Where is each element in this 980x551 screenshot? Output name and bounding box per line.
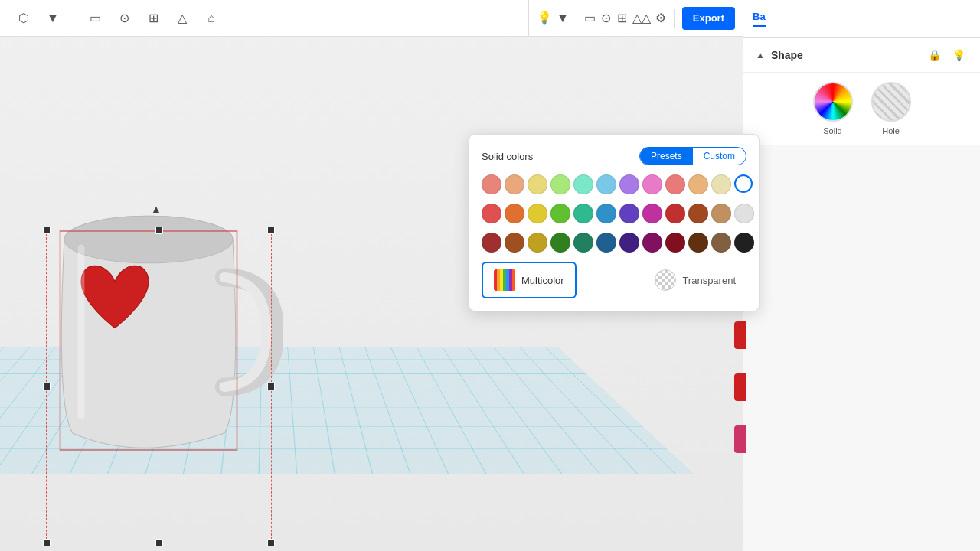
color-swatch[interactable] [711, 174, 731, 194]
accent-marker-2 [734, 373, 746, 401]
mug-illustration [31, 130, 283, 467]
solid-colors-label: Solid colors [482, 151, 533, 162]
color-tab-group: Presets Custom [639, 147, 746, 165]
multicolor-button[interactable]: Multicolor [482, 262, 577, 298]
panel-tab-label[interactable]: Ba [753, 11, 766, 27]
color-swatch[interactable] [688, 174, 708, 194]
color-swatch[interactable] [665, 174, 685, 194]
color-swatch[interactable] [550, 233, 570, 253]
toolbar-separator-1 [74, 9, 74, 28]
color-swatch[interactable] [596, 204, 616, 223]
color-swatch[interactable] [734, 233, 754, 253]
custom-tab[interactable]: Custom [693, 148, 746, 165]
right-panel: Ba ▲ Shape 🔒 💡 Solid Hole [743, 0, 980, 551]
toolbar-dropdown-icon[interactable]: ▼ [557, 7, 569, 30]
svg-point-1 [64, 216, 233, 263]
toolbar-rect-icon[interactable]: ▭ [584, 7, 596, 30]
color-swatch[interactable] [734, 174, 753, 193]
shape-panel-header: ▲ Shape 🔒 💡 [743, 38, 980, 73]
color-swatch[interactable] [596, 233, 616, 253]
accent-marker-3 [734, 425, 746, 453]
toolbar-icon-1[interactable]: ⬡ [12, 7, 35, 30]
transparent-button[interactable]: Transparent [644, 263, 746, 297]
color-swatch[interactable] [505, 174, 524, 194]
shape-header-icons: 🔒 💡 [925, 46, 968, 64]
export-button[interactable]: Export [682, 7, 735, 30]
color-swatch[interactable] [665, 233, 685, 253]
toolbar-settings-icon[interactable]: ⚙ [655, 7, 667, 30]
shape-panel-title: Shape [771, 49, 803, 61]
shape-collapse-icon[interactable]: ▲ [756, 50, 765, 60]
toolbar-mirror-icon[interactable]: △△ [632, 7, 651, 30]
solid-color-circle [813, 82, 853, 122]
color-swatches-row3 [482, 233, 746, 253]
accent-marker-1 [734, 321, 746, 349]
color-swatch[interactable] [573, 204, 593, 223]
hole-pattern-circle [871, 82, 911, 122]
toolbar-bulb-icon[interactable]: 💡 [537, 7, 552, 30]
color-swatch[interactable] [482, 233, 501, 253]
color-swatch[interactable] [619, 204, 639, 223]
multicolor-label: Multicolor [521, 275, 564, 286]
color-swatch[interactable] [482, 174, 501, 194]
solid-option[interactable]: Solid [813, 82, 853, 135]
color-swatches-row1 [482, 174, 746, 194]
color-swatch[interactable] [711, 233, 731, 253]
color-swatch[interactable] [482, 204, 501, 223]
color-swatch[interactable] [505, 204, 524, 223]
hole-option[interactable]: Hole [871, 82, 911, 135]
color-swatch[interactable] [596, 174, 616, 194]
color-swatch[interactable] [619, 174, 639, 194]
lock-icon[interactable]: 🔒 [925, 46, 943, 64]
handle-bot-left[interactable] [43, 539, 51, 546]
color-swatch[interactable] [688, 204, 708, 223]
color-swatch[interactable] [711, 204, 731, 223]
toolbar-icon-6[interactable]: △ [171, 7, 194, 30]
color-swatch[interactable] [550, 174, 570, 194]
color-swatch[interactable] [642, 204, 662, 223]
color-swatch[interactable] [505, 233, 524, 253]
toolbar-layers-icon[interactable]: ⊙ [600, 7, 612, 30]
color-picker-header: Solid colors Presets Custom [482, 147, 746, 165]
color-swatch[interactable] [528, 204, 547, 223]
toolbar-grid-icon[interactable]: ⊞ [616, 7, 628, 30]
hole-label: Hole [882, 126, 900, 135]
multicolor-stripe-icon [494, 269, 515, 291]
toolbar-icon-2[interactable]: ▼ [41, 7, 64, 30]
color-swatch[interactable] [528, 174, 547, 194]
color-swatch[interactable] [550, 204, 570, 223]
color-swatch[interactable] [642, 233, 662, 253]
shape-panel: ▲ Shape 🔒 💡 Solid Hole [743, 38, 980, 145]
color-swatch[interactable] [528, 233, 547, 253]
toolbar-icon-7[interactable]: ⌂ [200, 7, 223, 30]
top-right-toolbar: 💡 ▼ ▭ ⊙ ⊞ △△ ⚙ Export [528, 0, 743, 37]
presets-tab[interactable]: Presets [640, 148, 693, 165]
right-top-bar: Ba [743, 0, 980, 38]
handle-bot-mid[interactable] [155, 539, 163, 546]
solid-label: Solid [823, 126, 841, 135]
color-swatch[interactable] [734, 204, 754, 223]
color-swatch[interactable] [619, 233, 639, 253]
transparent-icon [655, 269, 676, 291]
toolbar-icon-4[interactable]: ⊙ [113, 7, 136, 30]
color-picker-panel: Solid colors Presets Custom Multicolor T… [469, 134, 760, 311]
color-picker-bottom: Multicolor Transparent [482, 262, 746, 298]
color-swatch[interactable] [688, 233, 708, 253]
shape-options: Solid Hole [743, 73, 980, 145]
toolbar-icon-5[interactable]: ⊞ [142, 7, 165, 30]
color-swatches-row2 [482, 204, 746, 223]
color-swatch[interactable] [573, 174, 593, 194]
mug-3d-scene: ▲ ↺ [31, 130, 283, 467]
bulb-icon[interactable]: 💡 [949, 46, 968, 64]
transparent-label: Transparent [682, 275, 736, 286]
color-swatch[interactable] [642, 174, 662, 194]
handle-bot-right[interactable] [267, 539, 275, 546]
color-swatch[interactable] [573, 233, 593, 253]
toolbar-icon-3[interactable]: ▭ [83, 7, 106, 30]
color-swatch[interactable] [665, 204, 685, 223]
